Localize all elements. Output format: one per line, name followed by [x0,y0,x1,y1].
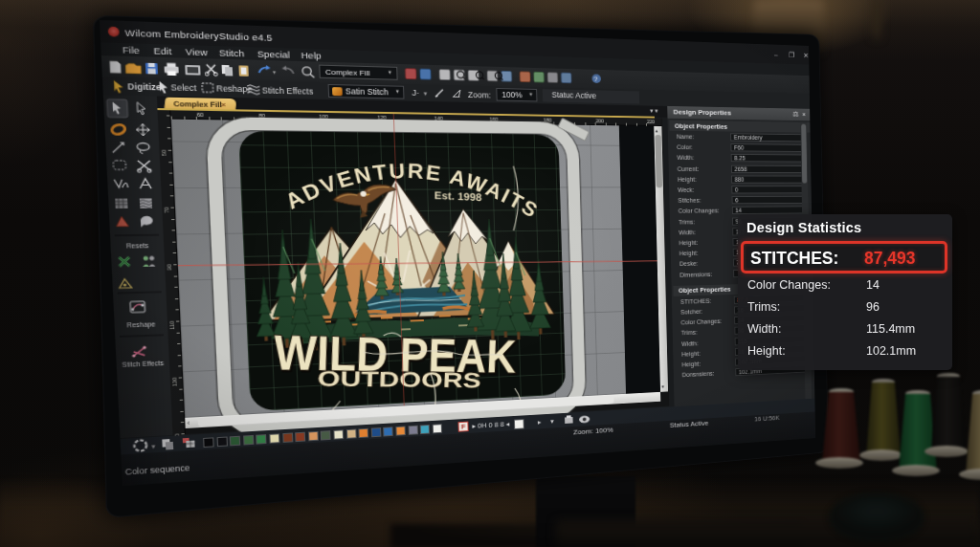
svg-text:Reshape: Reshape [126,320,155,329]
svg-text:J·: J· [412,88,419,98]
svg-text:▾: ▾ [424,90,428,98]
svg-text:Stitch Effects: Stitch Effects [122,360,165,369]
svg-text:Resets: Resets [126,242,149,251]
svg-text:?: ? [593,75,597,82]
svg-text:▾: ▾ [151,443,155,450]
